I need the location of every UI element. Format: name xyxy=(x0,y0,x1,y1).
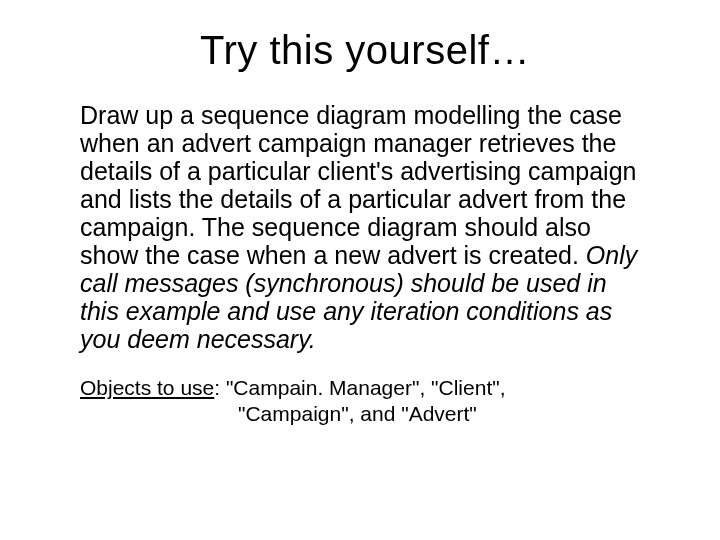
slide-title: Try this yourself… xyxy=(80,28,650,73)
instruction-text: Draw up a sequence diagram modelling the… xyxy=(80,101,636,269)
objects-label: Objects to use xyxy=(80,376,214,399)
objects-colon: : xyxy=(214,376,226,399)
objects-line2: "Campaign", and "Advert" xyxy=(80,401,477,427)
objects-paragraph: Objects to use: "Campain. Manager", "Cli… xyxy=(80,375,650,428)
instruction-paragraph: Draw up a sequence diagram modelling the… xyxy=(80,101,650,353)
slide: Try this yourself… Draw up a sequence di… xyxy=(0,0,720,540)
objects-line1: "Campain. Manager", "Client", xyxy=(226,376,506,399)
